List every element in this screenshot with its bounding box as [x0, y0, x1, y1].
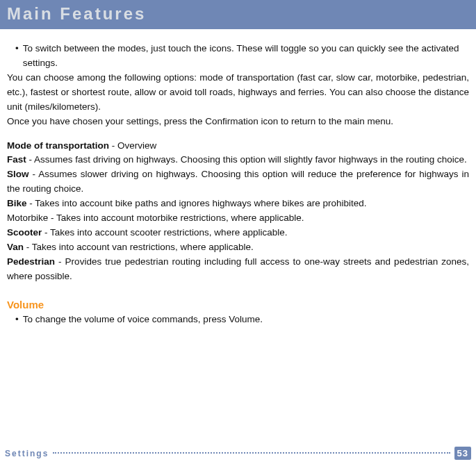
document-body: • To switch between the modes, just touc… [0, 29, 476, 327]
mode-bike-desc: - Takes into account bike paths and igno… [27, 198, 367, 208]
mode-heading: Mode of transportation - Overview [7, 139, 469, 154]
intro-paragraph-2: Once you have chosen your settings, pres… [7, 115, 469, 129]
mode-fast-label: Fast [7, 154, 26, 165]
mode-van-label: Van [7, 242, 24, 252]
mode-slow: Slow - Assumes slower driving on highway… [7, 167, 469, 197]
mode-slow-desc: - Assumes slower driving on highways. Ch… [7, 169, 469, 194]
mode-scooter-label: Scooter [7, 227, 42, 238]
mode-pedestrian-label: Pedestrian [7, 256, 55, 267]
mode-slow-label: Slow [7, 169, 29, 179]
volume-bullet-row: • To change the volume of voice commands… [7, 313, 469, 327]
mode-van: Van - Takes into account van restriction… [7, 240, 469, 255]
bullet-icon: • [7, 313, 23, 327]
footer-dots [53, 452, 450, 454]
mode-fast: Fast - Assumes fast driving on highways.… [7, 153, 469, 167]
intro-bullet-text: To switch between the modes, just touch … [23, 42, 469, 71]
header-bar: Main Features [0, 0, 476, 29]
mode-motorbike: Motorbike - Takes into account motorbike… [7, 211, 469, 226]
mode-scooter: Scooter - Takes into account scooter res… [7, 226, 469, 240]
mode-heading-rest: - Overview [109, 140, 156, 151]
mode-pedestrian-desc: - Provides true pedestrian routing inclu… [7, 256, 469, 281]
mode-fast-desc: - Assumes fast driving on highways. Choo… [26, 154, 467, 165]
mode-bike: Bike - Takes into account bike paths and… [7, 197, 469, 211]
footer-section: Settings [5, 449, 53, 458]
footer: Settings 53 [5, 447, 471, 460]
mode-heading-bold: Mode of transportation [7, 140, 109, 151]
page-title: Main Features [7, 4, 146, 23]
intro-bullet-row: • To switch between the modes, just touc… [7, 42, 469, 71]
intro-paragraph-1: You can choose among the following optio… [7, 71, 469, 115]
mode-pedestrian: Pedestrian - Provides true pedestrian ro… [7, 255, 469, 284]
mode-van-desc: - Takes into account van restrictions, w… [24, 242, 254, 252]
mode-scooter-desc: - Takes into account scooter restriction… [42, 227, 287, 238]
volume-bullet-text: To change the volume of voice commands, … [23, 313, 263, 327]
bullet-icon: • [7, 42, 23, 71]
page-number-badge: 53 [454, 447, 471, 460]
volume-heading: Volume [7, 297, 469, 313]
mode-bike-label: Bike [7, 198, 27, 208]
